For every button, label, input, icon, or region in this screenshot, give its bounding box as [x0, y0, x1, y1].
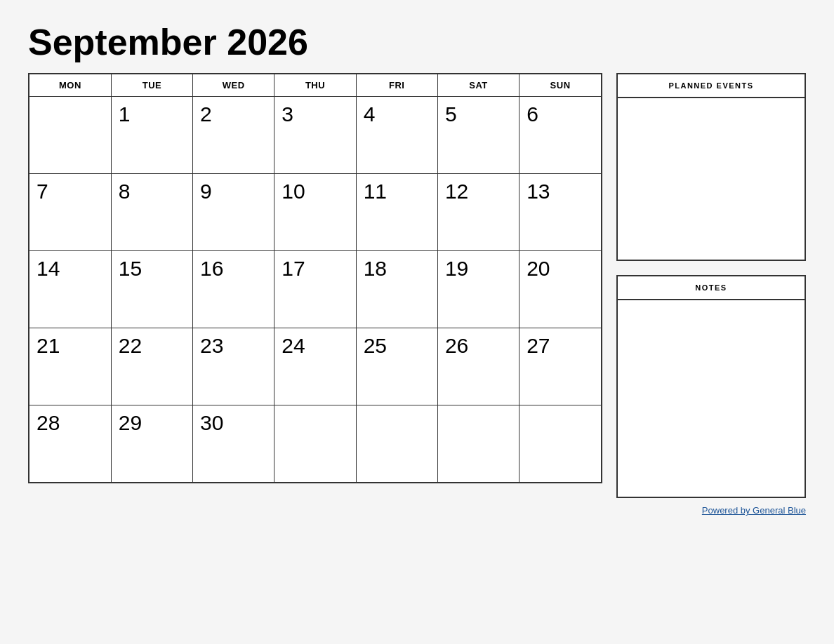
calendar-cell: 22 [111, 328, 192, 405]
calendar-cell [274, 405, 356, 483]
calendar-cell [519, 405, 602, 483]
week-row-2: 14151617181920 [29, 251, 602, 328]
calendar-cell [437, 405, 519, 483]
week-row-0: 123456 [29, 97, 602, 174]
powered-by-link[interactable]: Powered by General Blue [702, 505, 806, 516]
day-header-fri: FRI [356, 74, 437, 97]
calendar-cell: 5 [437, 97, 519, 174]
week-row-3: 21222324252627 [29, 328, 602, 405]
calendar-cell: 29 [111, 405, 192, 483]
calendar-cell: 15 [111, 251, 192, 328]
calendar-cell [356, 405, 437, 483]
calendar-table: MONTUEWEDTHUFRISATSUN 123456789101112131… [28, 73, 602, 483]
header-row: MONTUEWEDTHUFRISATSUN [29, 74, 602, 97]
calendar-cell: 7 [29, 174, 111, 251]
week-row-4: 282930 [29, 405, 602, 483]
main-area: MONTUEWEDTHUFRISATSUN 123456789101112131… [28, 73, 806, 516]
day-header-sun: SUN [519, 74, 602, 97]
calendar-cell: 10 [274, 174, 356, 251]
calendar-cell: 6 [519, 97, 602, 174]
calendar-title: September 2026 [28, 21, 806, 63]
calendar-cell [29, 97, 111, 174]
calendar-cell: 23 [193, 328, 274, 405]
calendar-cell: 16 [193, 251, 274, 328]
notes-box: NOTES [616, 275, 806, 498]
powered-by: Powered by General Blue [616, 505, 806, 516]
week-row-1: 78910111213 [29, 174, 602, 251]
calendar-cell: 25 [356, 328, 437, 405]
notes-body [618, 300, 805, 497]
calendar-cell: 30 [193, 405, 274, 483]
calendar-cell: 24 [274, 328, 356, 405]
calendar-cell: 13 [519, 174, 602, 251]
calendar-grid: MONTUEWEDTHUFRISATSUN 123456789101112131… [28, 73, 602, 483]
calendar-cell: 21 [29, 328, 111, 405]
calendar-cell: 20 [519, 251, 602, 328]
planned-events-body [618, 98, 805, 260]
calendar-cell: 12 [437, 174, 519, 251]
day-header-mon: MON [29, 74, 111, 97]
sidebar: PLANNED EVENTS NOTES Powered by General … [616, 73, 806, 516]
calendar-cell: 4 [356, 97, 437, 174]
calendar-cell: 28 [29, 405, 111, 483]
calendar-cell: 11 [356, 174, 437, 251]
calendar-cell: 14 [29, 251, 111, 328]
calendar-cell: 18 [356, 251, 437, 328]
notes-header: NOTES [618, 276, 805, 300]
day-header-wed: WED [193, 74, 274, 97]
planned-events-box: PLANNED EVENTS [616, 73, 806, 261]
calendar-cell: 17 [274, 251, 356, 328]
calendar-cell: 27 [519, 328, 602, 405]
calendar-cell: 9 [193, 174, 274, 251]
page-container: September 2026 MONTUEWEDTHUFRISATSUN 123… [28, 21, 806, 516]
calendar-cell: 1 [111, 97, 192, 174]
calendar-cell: 26 [437, 328, 519, 405]
planned-events-header: PLANNED EVENTS [618, 74, 805, 98]
calendar-cell: 3 [274, 97, 356, 174]
day-header-sat: SAT [437, 74, 519, 97]
calendar-cell: 8 [111, 174, 192, 251]
day-header-tue: TUE [111, 74, 192, 97]
calendar-cell: 2 [193, 97, 274, 174]
day-header-thu: THU [274, 74, 356, 97]
calendar-cell: 19 [437, 251, 519, 328]
